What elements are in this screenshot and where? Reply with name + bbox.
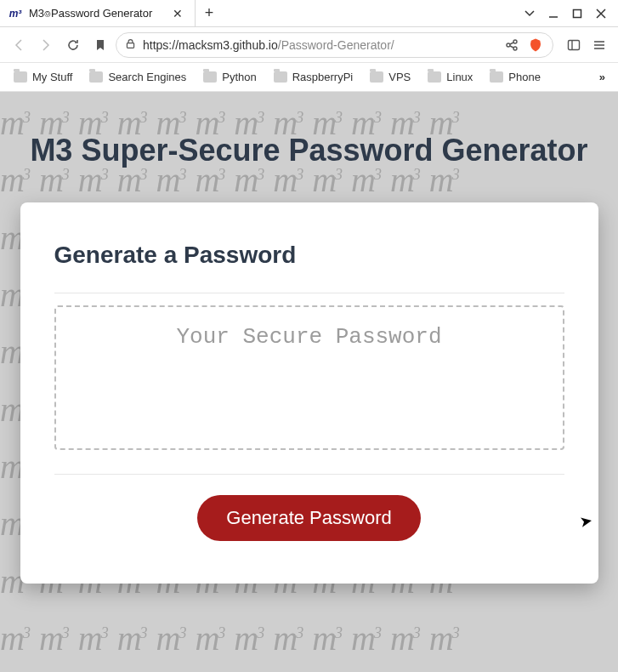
new-tab-button[interactable]: +	[196, 0, 223, 27]
tab-title: M3⌾Password Generator	[29, 7, 162, 20]
svg-point-3	[507, 43, 510, 47]
svg-point-5	[513, 47, 517, 50]
share-icon[interactable]	[503, 38, 520, 52]
generate-button[interactable]: Generate Password	[197, 495, 420, 541]
bookmarks-overflow-icon[interactable]: »	[594, 67, 611, 87]
url-host: https://macksm3.github.io	[143, 38, 278, 52]
browser-toolbar: https://macksm3.github.io/Password-Gener…	[0, 27, 618, 63]
folder-icon	[203, 71, 217, 83]
svg-rect-1	[574, 9, 581, 17]
nav-back-button[interactable]	[7, 33, 31, 57]
tab-favicon: m³	[9, 7, 22, 20]
app-menu-icon[interactable]	[587, 33, 611, 57]
bookmark-item[interactable]: VPS	[363, 67, 417, 87]
divider	[54, 474, 564, 475]
folder-icon	[428, 71, 441, 83]
browser-tab[interactable]: m³ M3⌾Password Generator ✕	[0, 0, 196, 27]
password-output[interactable]: Your Secure Password	[54, 305, 564, 450]
lock-icon	[125, 38, 136, 52]
folder-icon	[490, 71, 503, 83]
window-close-button[interactable]	[589, 2, 613, 26]
window-titlebar: m³ M3⌾Password Generator ✕ +	[0, 0, 618, 27]
divider	[54, 293, 564, 293]
bookmark-label: Phone	[508, 71, 541, 83]
folder-icon	[89, 71, 103, 83]
svg-point-4	[513, 40, 517, 43]
tab-dropdown-button[interactable]	[518, 2, 541, 26]
folder-icon	[14, 71, 27, 83]
bookmark-label: Search Engines	[108, 71, 186, 83]
page-viewport: mmmmmmmmmmmm mmmmmmmmmmmm mmmmmmmmmmmm m…	[0, 92, 618, 672]
window-maximize-button[interactable]	[565, 2, 589, 26]
card-heading: Generate a Password	[54, 242, 564, 269]
nav-forward-button[interactable]	[34, 33, 58, 57]
svg-rect-6	[569, 40, 580, 49]
bookmark-label: My Stuff	[32, 71, 72, 83]
bookmark-item[interactable]: Search Engines	[82, 67, 193, 87]
bookmark-item[interactable]: My Stuff	[7, 67, 79, 87]
folder-icon	[370, 71, 383, 83]
page-title: M3 Super-Secure Password Generator	[30, 133, 587, 168]
bookmark-label: RaspberryPi	[292, 71, 354, 83]
bookmark-item[interactable]: Python	[196, 67, 263, 87]
address-bar[interactable]: https://macksm3.github.io/Password-Gener…	[116, 32, 553, 58]
url-text: https://macksm3.github.io/Password-Gener…	[143, 38, 496, 52]
bookmark-label: Python	[222, 71, 256, 83]
close-tab-icon[interactable]: ✕	[169, 5, 186, 22]
window-minimize-button[interactable]	[541, 2, 565, 26]
url-path: /Password-Generator/	[278, 38, 394, 52]
reload-button[interactable]	[61, 33, 85, 57]
svg-rect-2	[127, 43, 133, 48]
bookmark-item[interactable]: Phone	[483, 67, 547, 87]
bookmarks-bar: My Stuff Search Engines Python Raspberry…	[0, 63, 618, 92]
sidebar-toggle-icon[interactable]	[562, 33, 586, 57]
bookmark-icon[interactable]	[88, 33, 112, 57]
brave-shield-icon[interactable]	[527, 37, 544, 53]
bookmark-label: Linux	[446, 71, 473, 83]
bookmark-label: VPS	[388, 71, 411, 83]
bookmark-item[interactable]: Linux	[421, 67, 479, 87]
generator-card: Generate a Password Your Secure Password…	[20, 202, 598, 584]
bookmark-item[interactable]: RaspberryPi	[267, 67, 360, 87]
folder-icon	[274, 71, 287, 83]
